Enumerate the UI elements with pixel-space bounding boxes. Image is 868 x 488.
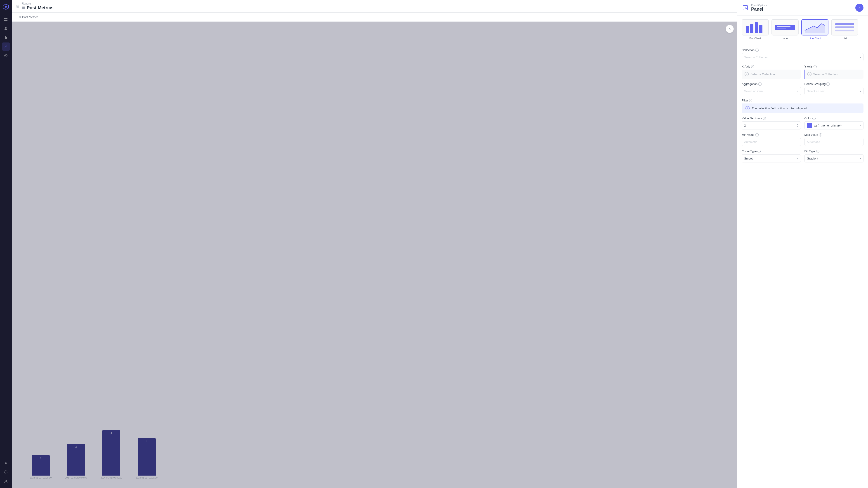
x-axis-field[interactable]: i Select a Collection [742,70,801,78]
min-value-placeholder: Automatic [744,140,757,144]
topbar-icon: ⊞ [16,4,19,8]
sidebar-item-insights[interactable] [2,42,10,51]
sidebar-item-files[interactable] [2,33,10,41]
min-value-info-icon[interactable]: i [755,133,758,136]
sidebar-logo[interactable] [2,3,10,11]
form-group-collection: Collection i Select a Collection ▾ [742,48,864,61]
svg-rect-18 [759,25,763,33]
panel-type-selector: Bar Chart Label Line Chart [737,15,868,44]
nav-item-label: Post Metrics [22,15,38,19]
form-row-min-max: Min Value i Automatic Max Value i Automa… [742,133,864,146]
value-decimals-info-icon[interactable]: i [763,117,766,120]
form-label-curve-type: Curve Type i [742,150,801,153]
y-axis-info-icon[interactable]: i [813,65,817,68]
main-area: ⊞ Reports ⊞ Post Metrics ⊞ Post Metrics … [12,0,737,488]
fill-type-info-icon[interactable]: i [816,150,819,153]
color-clear-icon[interactable]: × [860,124,861,127]
chart-bar-1: 1 [32,455,50,476]
color-value: var(--theme--primary) [814,124,858,127]
min-value-input[interactable]: Automatic [742,138,801,146]
color-input[interactable]: var(--theme--primary) × [804,121,864,129]
series-grouping-info-icon[interactable]: i [827,83,830,86]
chart-bar-3: 4 [102,430,120,476]
fill-type-chevron-icon: ▾ [860,157,861,160]
collection-info-icon[interactable]: i [755,48,758,52]
aggregation-select[interactable]: Select an item... ▾ [742,87,801,95]
max-value-info-icon[interactable]: i [819,133,822,136]
chart-bar-4: 3 [138,438,156,476]
panel-type-list[interactable]: List [831,19,858,40]
series-grouping-select[interactable]: Select an item... ▾ [804,87,864,95]
form-group-color: Color i var(--theme--primary) × [804,117,864,129]
fill-type-value: Gradient [807,157,818,160]
chart-bar-group-1: 1 2024-01-01T00:00:00 [30,455,52,479]
collection-select[interactable]: Select a Collection ▾ [742,53,864,61]
svg-rect-15 [746,26,749,33]
sidebar-item-users[interactable] [2,24,10,33]
panel-header: Panel Options Panel ✓ [737,0,868,15]
collection-placeholder: Select a Collection [744,56,769,59]
y-axis-field[interactable]: i Select a Collection [804,70,864,78]
right-panel: Panel Options Panel ✓ Bar Chart [737,0,868,488]
filter-info-icon[interactable]: i [749,99,752,102]
curve-type-chevron-icon: ▾ [797,157,798,160]
max-value-placeholder: Automatic [807,140,820,144]
curve-type-info-icon[interactable]: i [757,150,761,153]
stepper-down-icon[interactable]: ▼ [797,125,798,127]
form-group-curve-type: Curve Type i Smooth ▾ [742,150,801,162]
color-swatch [807,123,812,128]
panel-title-group: Panel Options Panel [751,4,767,12]
x-axis-placeholder: Select a Collection [750,72,775,76]
svg-point-9 [5,463,6,464]
stepper-up-icon[interactable]: ▲ [797,123,798,125]
confirm-button[interactable]: ✓ [855,4,864,12]
sidebar-item-activity[interactable] [2,52,10,60]
fill-type-select[interactable]: Gradient ▾ [804,154,864,162]
nav-item-post-metrics[interactable]: ⊞ Post Metrics [16,14,41,20]
svg-rect-17 [755,22,758,33]
panel-type-label[interactable]: Label [772,19,799,40]
svg-rect-21 [777,28,786,29]
close-icon: × [728,27,731,31]
panel-type-bar-chart-label: Bar Chart [749,37,761,40]
series-grouping-placeholder: Select an item... [807,90,828,93]
overlay [12,22,737,488]
curve-type-select[interactable]: Smooth ▾ [742,154,801,162]
svg-point-10 [5,480,6,481]
series-grouping-chevron-icon: ▾ [860,90,861,92]
nav-item-icon: ⊞ [19,15,21,19]
sidebar-item-settings[interactable] [2,459,10,467]
value-decimals-input[interactable]: 2 ▲ ▼ [742,121,801,129]
panel-type-line-chart[interactable]: Line Chart [801,19,829,40]
form-label-fill-type: Fill Type i [804,150,864,153]
filter-error-message: The collection field option is misconfig… [752,107,807,110]
sidebar-item-account[interactable] [2,477,10,485]
chart-label-1: 2024-01-01T00:00:00 [30,477,52,479]
chart-area: 1 2024-01-01T00:00:00 2 2024-01-01T00:00… [12,22,737,488]
panel-type-list-label: List [843,37,847,40]
form-label-series-grouping: Series Grouping i [804,82,864,86]
form-label-y-axis: Y-Axis i [804,65,864,68]
panel-type-label-label: Label [782,37,788,40]
form-group-y-axis: Y-Axis i i Select a Collection [804,65,864,78]
close-button[interactable]: × [725,25,734,33]
aggregation-info-icon[interactable]: i [758,83,762,86]
chart-bar-group-4: 3 2024-01-01T00:00:00 [136,438,158,479]
page-title: ⊞ Post Metrics [22,5,54,10]
panel-type-bar-chart-icon [742,19,769,35]
form-label-aggregation: Aggregation i [742,82,801,86]
form-label-collection: Collection i [742,48,864,52]
stepper-arrows[interactable]: ▲ ▼ [797,123,798,127]
check-icon: ✓ [858,6,861,10]
panel-type-bar-chart[interactable]: Bar Chart [742,19,769,40]
max-value-input[interactable]: Automatic [804,138,864,146]
form-label-value-decimals: Value Decimals i [742,117,801,120]
form-group-value-decimals: Value Decimals i 2 ▲ ▼ [742,117,801,129]
y-axis-placeholder: Select a Collection [813,72,838,76]
sidebar-item-content[interactable] [2,15,10,24]
sidebar-item-notifications[interactable] [2,468,10,476]
color-info-icon[interactable]: i [812,117,815,120]
form-group-fill-type: Fill Type i Gradient ▾ [804,150,864,162]
chart-label-3: 2024-01-01T00:00:00 [100,477,122,479]
x-axis-info-icon[interactable]: i [751,65,754,68]
